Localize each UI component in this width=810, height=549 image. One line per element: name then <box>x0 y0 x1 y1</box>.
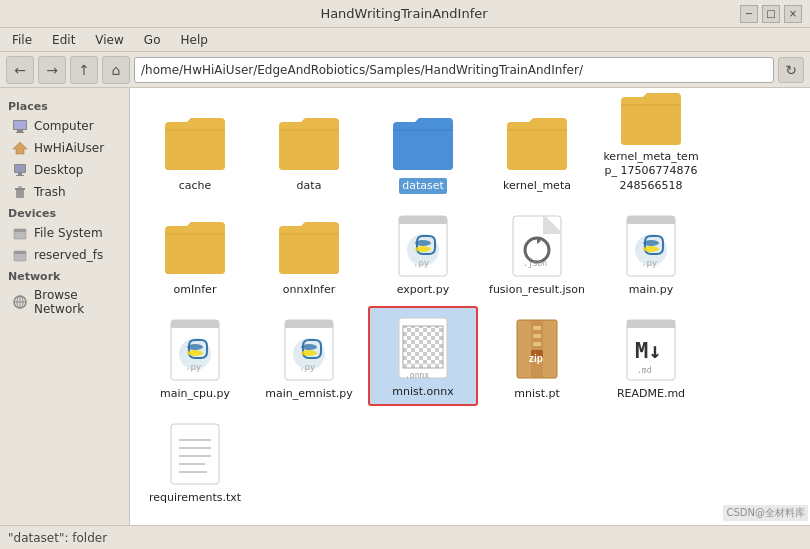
svg-point-48 <box>301 344 317 350</box>
menubar: FileEditViewGoHelp <box>0 28 810 52</box>
file-label: main.py <box>626 282 676 298</box>
sidebar-item-hwhiaiuser[interactable]: HwHiAiUser <box>0 137 129 159</box>
file-label: dataset <box>399 178 447 194</box>
zip-icon: zip <box>505 318 569 382</box>
sidebar-item-file-system[interactable]: File System <box>0 222 129 244</box>
folder-icon <box>163 110 227 174</box>
home-button[interactable]: ⌂ <box>102 56 130 84</box>
onnx-icon: .onnx <box>391 316 455 380</box>
svg-point-33 <box>643 246 659 252</box>
file-item[interactable]: data <box>254 98 364 198</box>
filesystem-icon <box>12 247 28 263</box>
file-item[interactable]: requirements.txt <box>140 410 250 510</box>
file-item[interactable]: .py main.py <box>596 202 706 302</box>
svg-point-34 <box>643 240 659 246</box>
filesystem-icon <box>12 225 28 241</box>
main-area: Places ComputerHwHiAiUserDesktopTrash De… <box>0 88 810 525</box>
svg-rect-14 <box>14 251 26 254</box>
svg-point-41 <box>187 344 203 350</box>
file-label: main_cpu.py <box>157 386 233 402</box>
svg-rect-38 <box>171 326 219 328</box>
sidebar-item-browse-network[interactable]: Browse Network <box>0 285 129 319</box>
svg-point-40 <box>187 350 203 356</box>
sidebar: Places ComputerHwHiAiUserDesktopTrash De… <box>0 88 130 525</box>
svg-rect-55 <box>403 326 443 368</box>
file-item[interactable]: .py export.py <box>368 202 478 302</box>
folder-icon <box>163 214 227 278</box>
svg-rect-6 <box>18 173 22 175</box>
markdown-icon: M↓ .md <box>619 318 683 382</box>
svg-point-47 <box>301 350 317 356</box>
file-item[interactable]: zip mnist.pt <box>482 306 592 406</box>
sidebar-item-label: HwHiAiUser <box>34 141 104 155</box>
svg-text:.py: .py <box>413 258 430 268</box>
file-label: kernel_meta_temp_ 17506774876248566518 <box>600 149 702 194</box>
svg-rect-5 <box>15 165 25 172</box>
file-item[interactable]: onnxInfer <box>254 202 364 302</box>
forward-button[interactable]: → <box>38 56 66 84</box>
svg-text:.json: .json <box>523 259 547 268</box>
file-label: requirements.txt <box>146 490 244 506</box>
folder-icon <box>277 110 341 174</box>
svg-rect-10 <box>18 186 22 188</box>
statusbar: "dataset": folder <box>0 525 810 549</box>
file-item[interactable]: .py main_cpu.py <box>140 306 250 406</box>
file-item[interactable]: .onnx mnist.onnx <box>368 306 478 406</box>
file-item[interactable]: .json fusion_result.json <box>482 202 592 302</box>
location-bar[interactable]: /home/HwHiAiUser/EdgeAndRobiotics/Sample… <box>134 57 774 83</box>
svg-rect-62 <box>533 342 541 346</box>
refresh-button[interactable]: ↻ <box>778 57 804 83</box>
svg-text:zip: zip <box>529 353 543 364</box>
file-label: fusion_result.json <box>486 282 588 298</box>
file-item[interactable]: kernel_meta_temp_ 17506774876248566518 <box>596 98 706 198</box>
menu-item-help[interactable]: Help <box>172 31 215 49</box>
folder-icon <box>391 110 455 174</box>
file-label: README.md <box>614 386 688 402</box>
file-label: export.py <box>394 282 453 298</box>
svg-text:M↓: M↓ <box>635 338 662 363</box>
svg-text:.py: .py <box>185 362 202 372</box>
file-grid: cache data dataset kernel_meta kernel_me… <box>130 88 810 525</box>
svg-rect-61 <box>533 334 541 338</box>
file-label: onnxInfer <box>280 282 339 298</box>
svg-point-23 <box>415 246 431 252</box>
window-title: HandWritingTrainAndInfer <box>68 6 740 21</box>
file-item[interactable]: omInfer <box>140 202 250 302</box>
sidebar-item-computer[interactable]: Computer <box>0 115 129 137</box>
svg-rect-9 <box>15 188 25 190</box>
places-label: Places <box>0 96 129 115</box>
network-icon <box>12 294 28 310</box>
sidebar-item-reserved_fs[interactable]: reserved_fs <box>0 244 129 266</box>
close-button[interactable]: × <box>784 5 802 23</box>
toolbar: ← → ↑ ⌂ /home/HwHiAiUser/EdgeAndRobiotic… <box>0 52 810 88</box>
file-item[interactable]: kernel_meta <box>482 98 592 198</box>
file-item[interactable]: .py main_emnist.py <box>254 306 364 406</box>
menu-item-file[interactable]: File <box>4 31 40 49</box>
menu-item-view[interactable]: View <box>87 31 131 49</box>
sidebar-item-desktop[interactable]: Desktop <box>0 159 129 181</box>
menu-item-go[interactable]: Go <box>136 31 169 49</box>
up-button[interactable]: ↑ <box>70 56 98 84</box>
file-item[interactable]: dataset <box>368 98 478 198</box>
watermark: CSDN@全材料库 <box>723 505 808 521</box>
file-item[interactable]: M↓ .md README.md <box>596 306 706 406</box>
svg-rect-60 <box>533 326 541 330</box>
file-item[interactable]: cache <box>140 98 250 198</box>
file-label: mnist.pt <box>511 386 563 402</box>
computer-icon <box>12 118 28 134</box>
menu-item-edit[interactable]: Edit <box>44 31 83 49</box>
file-label: omInfer <box>171 282 220 298</box>
minimize-button[interactable]: − <box>740 5 758 23</box>
svg-point-24 <box>415 240 431 246</box>
maximize-button[interactable]: □ <box>762 5 780 23</box>
back-button[interactable]: ← <box>6 56 34 84</box>
sidebar-item-trash[interactable]: Trash <box>0 181 129 203</box>
svg-rect-66 <box>627 320 675 328</box>
python-icon: .py <box>163 318 227 382</box>
file-label: mnist.onnx <box>389 384 456 400</box>
svg-text:.onnx: .onnx <box>405 371 429 380</box>
svg-rect-21 <box>399 222 447 224</box>
svg-rect-7 <box>16 175 24 176</box>
svg-rect-45 <box>285 326 333 328</box>
location-text: /home/HwHiAiUser/EdgeAndRobiotics/Sample… <box>141 63 583 77</box>
